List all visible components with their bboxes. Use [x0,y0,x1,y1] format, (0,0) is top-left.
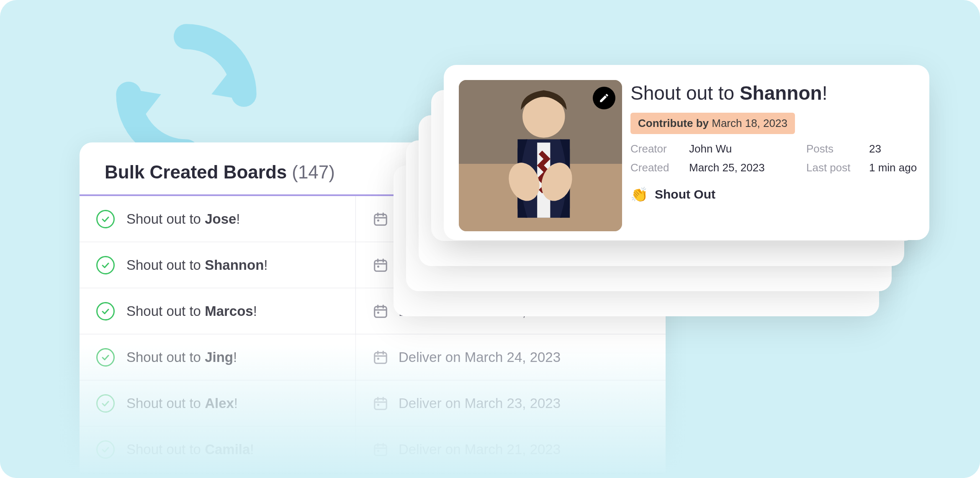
board-meta: Creator John Wu Posts 23 Created March 2… [630,142,944,174]
meta-lastpost-value: 1 min ago [869,161,944,174]
meta-posts-value: 23 [869,142,944,155]
svg-point-4 [377,219,379,221]
board-title-prefix: Shout out to [630,82,740,104]
board-row-title: Shout out to Jose! [126,211,240,227]
meta-posts-label: Posts [806,142,865,155]
board-row-deliver: Deliver on March 25, 2023 [399,303,561,319]
svg-point-9 [377,265,379,267]
board-row[interactable]: Shout out to Alex! Deliver on March 23, … [80,380,666,426]
board-row-deliver: Deliver on March 23, 2023 [399,395,561,411]
contribute-label: Contribute by [638,117,709,129]
board-row-deliver: Deliver on March 24, 2023 [399,349,561,365]
check-circle-icon [96,440,115,459]
svg-rect-20 [375,398,387,409]
clap-icon: 👏 [630,186,648,203]
check-circle-icon [96,302,115,320]
meta-creator-label: Creator [630,142,685,155]
svg-rect-5 [375,260,387,271]
board-category: 👏 Shout Out [630,186,944,203]
category-label: Shout Out [655,187,715,202]
board-row-title: Shout out to Alex! [126,395,238,411]
svg-point-24 [377,403,379,406]
board-title-name: Shannon [740,82,822,104]
board-title-suffix: ! [822,82,828,104]
panel-count: (147) [292,162,335,183]
contribute-date: March 18, 2023 [712,117,787,129]
check-circle-icon [96,348,115,367]
meta-lastpost-label: Last post [806,161,865,174]
board-row-title: Shout out to Shannon! [126,257,268,273]
meta-created-label: Created [630,161,685,174]
svg-rect-25 [375,444,387,455]
board-row-title: Shout out to Marcos! [126,303,257,319]
feature-illustration: Bulk Created Boards (147) Shout out to J… [0,0,980,478]
check-circle-icon [96,394,115,413]
calendar-icon [373,442,388,457]
pencil-icon [599,93,610,103]
board-row[interactable]: Shout out to Jing! Deliver on March 24, … [80,334,666,380]
contribute-by-badge: Contribute by March 18, 2023 [630,113,795,134]
board-row-deliver: Deliver on March 25, 2023 [399,257,561,273]
check-circle-icon [96,210,115,228]
board-row-title: Shout out to Jing! [126,349,237,365]
meta-creator-value: John Wu [689,142,802,155]
svg-point-14 [377,311,379,313]
svg-point-19 [377,357,379,359]
svg-rect-0 [375,214,387,225]
edit-cover-button[interactable] [593,87,615,109]
board-title: Shout out to Shannon! [630,82,944,104]
meta-created-value: March 25, 2023 [689,161,802,174]
board-row-title: Shout out to Camila! [126,442,254,457]
svg-rect-15 [375,352,387,363]
svg-point-29 [377,450,379,452]
calendar-icon [373,395,388,411]
panel-title: Bulk Created Boards [105,162,287,183]
calendar-icon [373,257,388,273]
board-row-deliver: Deliver on March 21, 2023 [399,442,561,457]
board-row[interactable]: Shout out to Marcos! Deliver on March 25… [80,288,666,334]
check-circle-icon [96,256,115,274]
calendar-icon [373,211,388,227]
board-detail-card[interactable]: Shout out to Shannon! Contribute by Marc… [444,65,929,240]
calendar-icon [373,349,388,365]
svg-rect-10 [375,306,387,317]
calendar-icon [373,303,388,319]
board-row[interactable]: Shout out to Camila! Deliver on March 21… [80,426,666,473]
board-cover-image[interactable] [459,80,622,231]
board-row[interactable]: Shout out to Shannon! Deliver on March 2… [80,242,666,288]
